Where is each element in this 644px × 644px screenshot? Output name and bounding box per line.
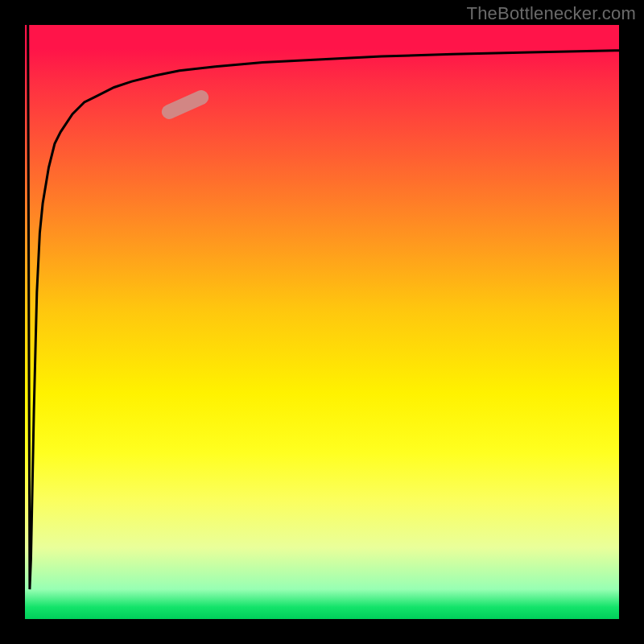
chart-curve — [25, 25, 619, 619]
chart-plot-area — [25, 25, 619, 619]
watermark-text: TheBottlenecker.com — [467, 3, 636, 24]
